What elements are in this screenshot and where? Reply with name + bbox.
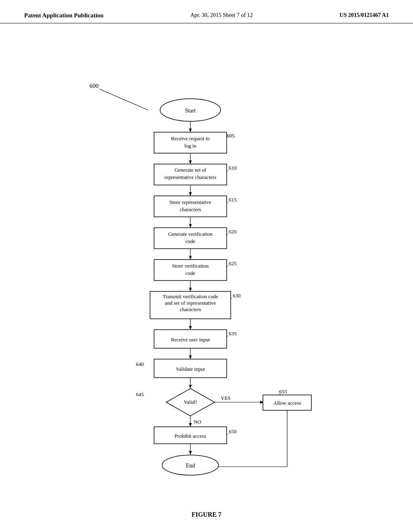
box-635-label: Receive user input — [171, 337, 210, 343]
ref-640: 640 — [136, 361, 144, 367]
ref-615: 615 — [229, 197, 237, 203]
ref-655: 655 — [279, 389, 287, 395]
box-615-line1: Store representative — [169, 199, 211, 205]
no-label: NO — [194, 419, 201, 425]
yes-label: YES — [221, 395, 231, 401]
header-left: Patent Application Publication — [24, 12, 104, 19]
ref-625: 625 — [229, 260, 237, 266]
box-610-line2: representative characters — [165, 174, 217, 180]
end-label: End — [186, 463, 195, 469]
header-right: US 2015/0121467 A1 — [340, 12, 389, 19]
figure-label: FIGURE 7 — [0, 511, 413, 518]
ref-630: 630 — [233, 293, 241, 299]
box-620-line2: code — [186, 238, 196, 244]
box-625-line1: Store verification — [172, 263, 209, 269]
flowchart-svg: 600 Start 605 Receive request to log in … — [65, 35, 348, 499]
box-630-line3: characters — [180, 306, 201, 312]
box-620-line1: Generate verification — [168, 231, 213, 237]
diagram-ref-600: 600 — [90, 83, 99, 89]
ref-635: 635 — [229, 330, 237, 337]
page-header: Patent Application Publication Apr. 30, … — [0, 0, 413, 23]
box-605-line2: log in — [184, 143, 196, 149]
header-center: Apr. 30, 2015 Sheet 7 of 12 — [190, 12, 253, 19]
ref-line-600 — [100, 89, 148, 110]
ref-605: 605 — [227, 133, 235, 139]
start-label: Start — [185, 108, 196, 114]
box-625-line2: code — [186, 270, 196, 276]
box-630-line1: Transmit verification code — [163, 293, 218, 299]
diamond-645-label: Valid? — [184, 399, 197, 405]
box-650-label: Prohibit access — [175, 433, 206, 439]
ref-610: 610 — [229, 165, 237, 171]
box-610-line1: Generate set of — [175, 167, 206, 173]
ref-650: 650 — [229, 428, 237, 434]
box-640-label: Validate input — [176, 366, 205, 372]
box-605-line1: Receive request to — [171, 135, 210, 141]
diagram-container: 600 Start 605 Receive request to log in … — [0, 27, 413, 507]
box-630-line2: and set of representative — [165, 300, 216, 306]
ref-645: 645 — [136, 391, 144, 397]
box-615-line2: characters — [180, 206, 201, 212]
box-655-label: Allow access — [273, 400, 301, 406]
ref-620: 620 — [229, 229, 237, 235]
